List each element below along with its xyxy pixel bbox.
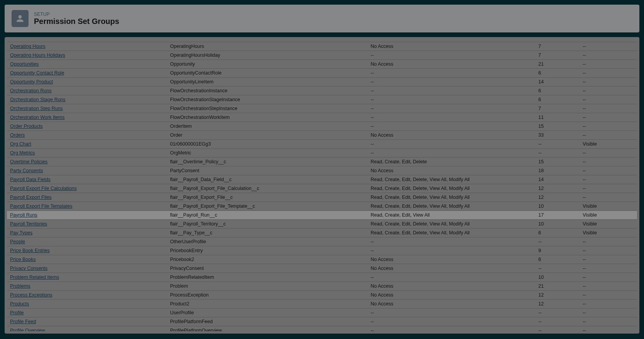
table-row: Party ConsentsPartyConsentNo Access18-- [7,166,637,175]
object-link[interactable]: Orchestration Stage Runs [10,97,66,102]
api-name-cell: OperatingHoursHoliday [167,51,368,59]
access-cell: Read, Create, Edit, Delete, View All, Mo… [368,228,535,237]
access-cell: -- [368,122,535,131]
tab-cell: -- [580,264,637,273]
object-link[interactable]: Order Products [10,124,43,129]
tab-cell: -- [580,157,637,166]
object-link[interactable]: Payroll Export File Calculations [10,186,77,191]
object-link[interactable]: Privacy Consents [10,266,47,271]
api-name-cell: UserProfile [167,308,368,317]
api-name-cell: OtherUserProfile [167,237,368,246]
permissions-table: Operating HoursOperatingHoursNo Access7-… [7,39,637,331]
table-row: Order ProductsOrderItem--15-- [7,122,637,131]
object-link[interactable]: Payroll Territories [10,221,47,227]
count-cell: 15 [535,157,580,166]
table-row: Org MetricsOrgMetric------ [7,148,637,157]
tab-cell: -- [580,104,637,113]
object-link[interactable]: Opportunity Product [10,79,53,85]
object-link[interactable]: Opportunity Contact Role [10,70,64,76]
object-link[interactable]: Profile [10,310,24,315]
access-cell: No Access [368,264,535,273]
tab-cell: Visible [580,202,637,210]
count-cell: 10 [535,219,580,228]
tab-cell: -- [580,51,637,59]
table-row: PeopleOtherUserProfile------ [7,237,637,246]
object-link[interactable]: Party Consents [10,168,43,173]
object-link[interactable]: Profile Feed [10,319,36,324]
access-cell: -- [368,51,535,59]
object-link[interactable]: Profile Overview [10,328,45,332]
api-name-cell: Order [167,131,368,139]
api-name-cell: PartyConsent [167,166,368,175]
object-link[interactable]: Price Book Entries [10,248,50,253]
table-row: Payroll Runsflair__Payroll_Run__cRead, C… [7,210,637,219]
access-cell: Read, Create, Edit, View All [368,210,535,219]
object-link[interactable]: Opportunities [10,61,39,67]
count-cell: 12 [535,290,580,299]
object-link[interactable]: Price Books [10,257,36,262]
count-cell: 14 [535,175,580,184]
api-name-cell: flair__Payroll_Territory__c [167,219,368,228]
api-name-cell: OrderItem [167,122,368,131]
access-cell: No Access [368,166,535,175]
access-cell: -- [368,148,535,157]
tab-cell: -- [580,246,637,255]
object-link[interactable]: Products [10,301,29,307]
access-cell: Read, Create, Edit, Delete, View All, Mo… [368,184,535,193]
tab-cell: Visible [580,139,637,148]
table-scroll[interactable]: Operating HoursOperatingHoursNo Access7-… [7,39,637,331]
table-row: Orchestration Step RunsFlowOrchestration… [7,104,637,113]
tab-cell: -- [580,148,637,157]
table-row: Overtime Policiesflair__Overtime_Policy_… [7,157,637,166]
object-link[interactable]: Payroll Runs [10,212,37,218]
tab-cell: -- [580,237,637,246]
object-link[interactable]: Orchestration Work Items [10,115,64,120]
object-link[interactable]: Orders [10,132,25,138]
table-row: Profile FeedProfilePlatformFeed------ [7,317,637,326]
table-row: Profile OverviewProfilePlatformOverview-… [7,326,637,331]
access-cell: -- [368,237,535,246]
access-cell: No Access [368,42,535,51]
count-cell: 18 [535,166,580,175]
object-link[interactable]: Org Metrics [10,150,35,156]
tab-cell: -- [580,131,637,139]
tab-cell: -- [580,273,637,281]
tab-cell: -- [580,317,637,326]
api-name-cell: FlowOrchestrationInstance [167,86,368,95]
api-name-cell: ProfilePlatformOverview [167,326,368,331]
access-cell: Read, Create, Edit, Delete [368,157,535,166]
api-name-cell: PrivacyConsent [167,264,368,273]
tab-cell: -- [580,166,637,175]
tab-cell: -- [580,59,637,68]
content-card: Operating HoursOperatingHoursNo Access7-… [5,37,639,334]
object-link[interactable]: Operating Hours [10,44,46,49]
api-name-cell: flair__Payroll_Export_File_Calculation__… [167,184,368,193]
setup-label: SETUP [34,12,119,17]
object-link[interactable]: Process Exceptions [10,292,52,298]
access-cell: Read, Create, Edit, Delete, View All, Mo… [368,175,535,184]
api-name-cell: Product2 [167,299,368,308]
count-cell: 6 [535,255,580,264]
count-cell: 15 [535,122,580,131]
object-link[interactable]: Problems [10,283,30,289]
access-cell: No Access [368,255,535,264]
count-cell: 6 [535,68,580,77]
object-link[interactable]: Payroll Data Fields [10,177,51,182]
object-link[interactable]: Pay Types [10,230,32,236]
object-link[interactable]: Payroll Export File Templates [10,203,72,209]
object-link[interactable]: Overtime Policies [10,159,47,164]
object-link[interactable]: Operating Hours Holidays [10,53,65,58]
object-link[interactable]: Problem Related Items [10,275,59,280]
tab-cell: -- [580,308,637,317]
object-link[interactable]: People [10,239,25,244]
api-name-cell: ProcessException [167,290,368,299]
object-link[interactable]: Payroll Export Files [10,195,52,200]
api-name-cell: 01r06000001EGg3 [167,139,368,148]
object-link[interactable]: Orchestration Step Runs [10,106,63,111]
access-cell: No Access [368,299,535,308]
tab-cell: Visible [580,219,637,228]
table-row: Operating HoursOperatingHoursNo Access7-… [7,42,637,51]
object-link[interactable]: Orchestration Runs [10,88,52,93]
object-link[interactable]: Org Chart [10,141,31,147]
table-row: ProblemsProblemNo Access21-- [7,281,637,290]
